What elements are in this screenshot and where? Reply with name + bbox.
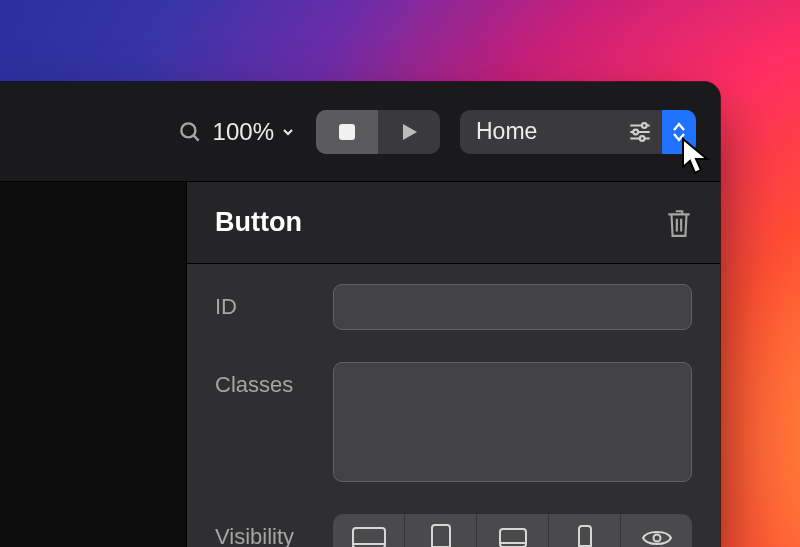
search-icon[interactable] xyxy=(177,119,203,145)
page-dropdown[interactable]: Home xyxy=(460,110,696,154)
classes-label: Classes xyxy=(215,362,315,398)
svg-rect-15 xyxy=(432,525,450,547)
page-dropdown-label: Home xyxy=(460,118,618,145)
inspector-panel: Button ID Classes Visibility xyxy=(186,182,720,547)
trash-icon[interactable] xyxy=(666,208,692,238)
svg-rect-2 xyxy=(339,124,355,140)
visibility-tablet-landscape[interactable] xyxy=(404,514,476,547)
visibility-phone[interactable] xyxy=(548,514,620,547)
zoom-dropdown[interactable]: 100% xyxy=(213,118,296,146)
app-window: 100% Home xyxy=(0,82,720,547)
classes-input[interactable] xyxy=(333,362,692,482)
zoom-group: 100% xyxy=(177,118,296,146)
toolbar: 100% Home xyxy=(0,82,720,182)
zoom-value: 100% xyxy=(213,118,274,146)
svg-marker-3 xyxy=(403,124,417,140)
stop-icon xyxy=(337,122,357,142)
svg-point-0 xyxy=(181,123,195,137)
run-controls xyxy=(316,110,440,154)
svg-point-7 xyxy=(633,129,638,134)
device-tablet-landscape-icon xyxy=(430,523,452,547)
classes-row: Classes xyxy=(215,362,692,482)
id-label: ID xyxy=(215,284,315,320)
visibility-label: Visibility xyxy=(215,514,315,547)
visibility-segmented xyxy=(333,514,692,547)
id-input[interactable] xyxy=(333,284,692,330)
panel-body: ID Classes Visibility xyxy=(187,264,720,547)
device-phone-icon xyxy=(577,524,593,547)
visibility-visible[interactable] xyxy=(620,514,692,547)
svg-point-9 xyxy=(640,136,645,141)
play-icon xyxy=(399,122,419,142)
visibility-tablet-portrait[interactable] xyxy=(476,514,548,547)
id-row: ID xyxy=(215,284,692,330)
panel-title: Button xyxy=(215,207,302,238)
svg-rect-19 xyxy=(579,526,591,547)
panel-header: Button xyxy=(187,182,720,264)
svg-point-21 xyxy=(653,535,660,542)
sliders-icon[interactable] xyxy=(618,110,662,154)
visibility-desktop[interactable] xyxy=(333,514,404,547)
stop-button[interactable] xyxy=(316,110,378,154)
svg-line-1 xyxy=(193,135,198,140)
sidebar xyxy=(0,182,186,547)
updown-icon[interactable] xyxy=(662,110,696,154)
play-button[interactable] xyxy=(378,110,440,154)
svg-point-5 xyxy=(642,123,647,128)
svg-rect-17 xyxy=(500,529,526,547)
device-desktop-icon xyxy=(351,526,387,547)
device-tablet-portrait-icon xyxy=(498,527,528,547)
chevron-down-icon xyxy=(280,124,296,140)
visibility-row: Visibility xyxy=(215,514,692,547)
eye-icon xyxy=(641,528,673,547)
